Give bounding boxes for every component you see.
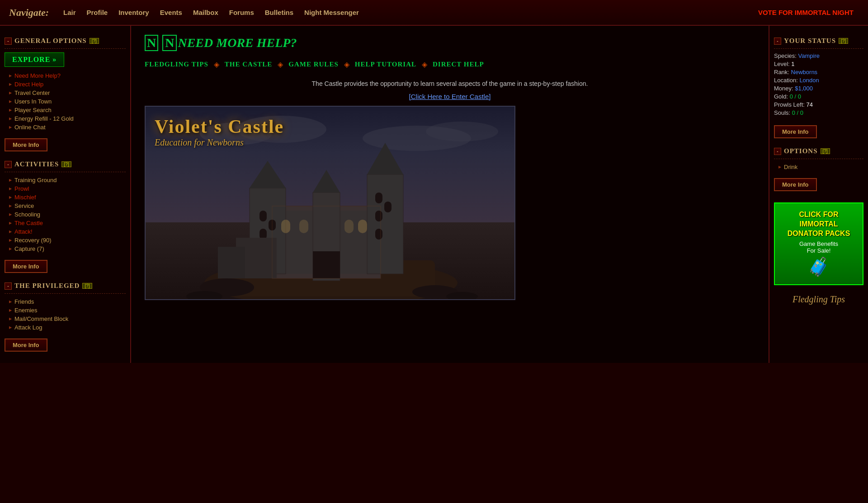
status-rank: Rank: Newborns (774, 69, 863, 75)
help-nav-the-castle[interactable]: THE CASTLE (225, 61, 272, 68)
prowl-link[interactable]: Prowl (14, 185, 29, 192)
list-item: Service (5, 202, 126, 210)
mail-comment-block-link[interactable]: Mail/Comment Block (14, 315, 68, 322)
service-link[interactable]: Service (14, 202, 34, 209)
general-options-help[interactable]: [?] (90, 38, 99, 44)
nav-lair[interactable]: Lair (63, 9, 76, 16)
need-more-help-link[interactable]: Need More Help? (14, 72, 61, 79)
svg-rect-16 (375, 211, 382, 221)
list-item: The Castle (5, 219, 126, 227)
help-nav-game-rules[interactable]: GAME RULES (288, 61, 338, 68)
friends-link[interactable]: Friends (14, 298, 34, 305)
direct-help-link[interactable]: Direct Help (14, 81, 43, 88)
list-item: Drink (774, 163, 863, 171)
svg-marker-20 (313, 170, 340, 193)
capture-link[interactable]: Capture (7) (14, 245, 44, 252)
help-nav-help-tutorial[interactable]: HELP TUTORIAL (355, 61, 416, 68)
help-nav-fledgling-tips[interactable]: FLEDGLING TIPS (145, 61, 208, 68)
bag-icon: 🧳 (779, 256, 858, 277)
nav-inventory[interactable]: Inventory (118, 9, 149, 16)
site-logo: Navigate: (9, 7, 49, 19)
svg-rect-23 (313, 251, 340, 278)
list-item: Direct Help (5, 80, 126, 89)
options-list: Drink (774, 163, 863, 171)
options-help[interactable]: [?] (821, 148, 830, 154)
list-item: Training Ground (5, 176, 126, 184)
attack-link[interactable]: Attack! (14, 228, 33, 235)
privileged-collapse[interactable]: - (5, 282, 12, 290)
general-options-collapse[interactable]: - (5, 38, 12, 45)
online-chat-link[interactable]: Online Chat (14, 124, 46, 131)
activities-help[interactable]: [?] (61, 161, 71, 167)
your-status-help[interactable]: [?] (839, 38, 848, 44)
explore-button[interactable]: EXPLORE » (5, 52, 64, 67)
svg-rect-24 (281, 220, 290, 233)
donator-ad[interactable]: CLICK FOR IMMORTAL DONATOR PACKS Game Be… (774, 202, 863, 285)
activities-header: - ACTIVITIES [?] (5, 160, 126, 168)
general-options-more-info[interactable]: More Info (5, 138, 47, 151)
souls-value: 0 / 0 (792, 109, 803, 116)
options-collapse[interactable]: - (774, 148, 781, 155)
schooling-link[interactable]: Schooling (14, 211, 40, 218)
svg-point-3 (426, 122, 498, 141)
drink-link[interactable]: Drink (784, 164, 797, 170)
svg-rect-18 (375, 229, 382, 240)
list-item: Mail/Comment Block (5, 315, 126, 323)
recovery-link[interactable]: Recovery (90) (14, 237, 52, 244)
status-location: Location: London (774, 77, 863, 84)
nav-bulletins[interactable]: Bulletins (265, 9, 293, 16)
enemies-link[interactable]: Enemies (14, 307, 38, 314)
location-value: London (799, 77, 819, 84)
player-search-link[interactable]: Player Search (14, 107, 52, 113)
donator-ad-sub: Game Benefits For Sale! (779, 240, 858, 254)
castle-overlay-title: Violet's Castle Education for Newborns (155, 116, 284, 148)
energy-refill-link[interactable]: Energy Refill - 12 Gold (14, 115, 74, 122)
your-status-title: YOUR STATUS (784, 37, 836, 45)
fledgling-tips-title: Fledgling Tips (774, 294, 863, 305)
castle-description: The Castle provides the opportunity to l… (145, 80, 755, 87)
castle-main-title: Violet's Castle (155, 116, 284, 137)
nav-events[interactable]: Events (160, 9, 182, 16)
status-more-info[interactable]: More Info (774, 125, 817, 138)
level-value: 1 (791, 61, 794, 67)
species-value: Vampire (798, 52, 820, 59)
list-item: Enemies (5, 306, 126, 315)
your-status-collapse[interactable]: - (774, 38, 781, 45)
castle-image: Violet's Castle Education for Newborns (145, 106, 515, 300)
left-sidebar: - GENERAL OPTIONS [?] EXPLORE » Need Mor… (0, 26, 131, 363)
list-item: Online Chat (5, 123, 126, 132)
nav-profile[interactable]: Profile (86, 9, 108, 16)
status-prowls: Prowls Left: 74 (774, 101, 863, 108)
status-souls: Souls: 0 / 0 (774, 109, 863, 116)
castle-enter-link[interactable]: [Click Here to Enter Castle] (145, 93, 755, 100)
nav-night-messenger[interactable]: Night Messenger (304, 9, 359, 16)
svg-rect-15 (375, 193, 382, 203)
privileged-header: - THE PRIVILEGED [?] (5, 282, 126, 290)
activities-more-info[interactable]: More Info (5, 260, 47, 273)
activities-collapse[interactable]: - (5, 161, 12, 168)
nav-forums[interactable]: Forums (229, 9, 254, 16)
list-item: Users In Town (5, 97, 126, 106)
help-nav-direct-help[interactable]: DIRECT HELP (433, 61, 484, 68)
list-item: Capture (7) (5, 244, 126, 253)
the-castle-link[interactable]: The Castle (14, 220, 43, 226)
privileged-help[interactable]: [?] (82, 283, 92, 289)
travel-center-link[interactable]: Travel Center (14, 89, 50, 96)
options-more-info[interactable]: More Info (774, 178, 817, 191)
list-item: Prowl (5, 184, 126, 193)
nav-vote[interactable]: VOTE FOR IMMORTAL NIGHT (758, 9, 854, 16)
list-item: Attack Log (5, 323, 126, 332)
nav-mailbox[interactable]: Mailbox (193, 9, 218, 16)
help-navigation: FLEDGLING TIPS ◈ THE CASTLE ◈ GAME RULES… (145, 60, 755, 69)
attack-log-link[interactable]: Attack Log (14, 324, 42, 331)
training-ground-link[interactable]: Training Ground (14, 177, 57, 183)
rank-value: Newborns (791, 69, 818, 75)
your-status-header: - YOUR STATUS [?] (774, 37, 863, 45)
options-title: OPTIONS (784, 147, 818, 155)
svg-rect-26 (344, 220, 354, 233)
users-in-town-link[interactable]: Users In Town (14, 98, 52, 105)
privileged-more-info[interactable]: More Info (5, 338, 47, 352)
mischief-link[interactable]: Mischief (14, 194, 36, 201)
privileged-list: Friends Enemies Mail/Comment Block Attac… (5, 297, 126, 332)
svg-marker-9 (250, 161, 286, 188)
